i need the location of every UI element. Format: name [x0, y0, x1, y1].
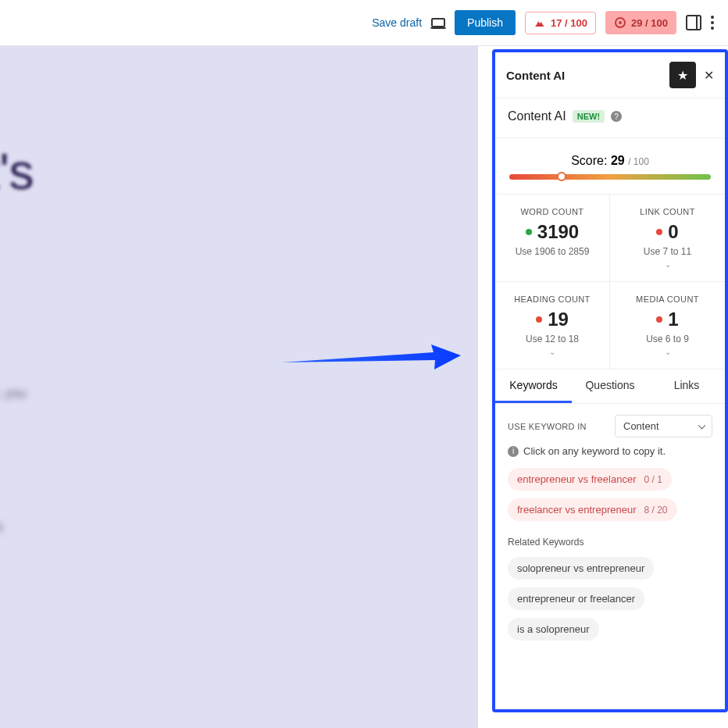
keywords-body: USE KEYWORD IN Content i Click on any ke…	[495, 404, 725, 664]
readability-score-chip[interactable]: 17 / 100	[525, 12, 596, 34]
status-dot-icon	[536, 316, 542, 323]
help-icon[interactable]: ?	[611, 111, 622, 122]
post-title-blur: What's (+ t for	[0, 140, 345, 335]
tab-questions[interactable]: Questions	[572, 369, 648, 403]
chevron-down-icon: ⌄	[616, 348, 719, 356]
close-panel-button[interactable]: ✕	[704, 68, 714, 83]
callout-arrow-icon	[281, 343, 461, 374]
flame-icon	[534, 17, 546, 28]
more-options-button[interactable]	[711, 16, 714, 30]
target-icon	[614, 16, 626, 29]
status-dot-icon	[656, 316, 662, 323]
stat-heading-count[interactable]: HEADING COUNT 19 Use 12 to 18 ⌄	[495, 282, 610, 369]
info-icon: i	[508, 446, 519, 457]
tab-links[interactable]: Links	[648, 369, 725, 403]
status-dot-icon	[656, 229, 662, 235]
chevron-down-icon: ⌄	[616, 260, 719, 269]
related-keyword-list: solopreneur vs entrepreneurentrepreneur …	[508, 557, 712, 648]
svg-point-1	[619, 21, 622, 24]
score-gradient-bar	[509, 174, 711, 180]
tab-keywords[interactable]: Keywords	[495, 369, 572, 403]
related-keyword-chip[interactable]: entrepreneur or freelancer	[508, 587, 644, 610]
score-value: 29	[611, 154, 625, 167]
content-ai-panel: Content AI ★ ✕ Content AI NEW! ? Score: …	[492, 49, 728, 712]
keyword-chip[interactable]: freelancer vs entrepreneur8 / 20	[508, 498, 677, 521]
stat-link-count[interactable]: LINK COUNT 0 Use 7 to 11 ⌄	[610, 194, 725, 282]
related-keywords-heading: Related Keywords	[508, 537, 712, 548]
panel-subtitle: Content AI	[508, 109, 566, 123]
panel-subheader: Content AI NEW! ?	[495, 98, 725, 138]
editor-canvas: What's (+ t for er a little bit of resea…	[0, 46, 478, 728]
use-keyword-in-label: USE KEYWORD IN	[508, 422, 587, 431]
keyword-location-select[interactable]: Content	[615, 415, 712, 437]
score-section: Score: 29 / 100	[495, 138, 725, 194]
keyword-chip[interactable]: entrepreneur vs freelancer0 / 1	[508, 468, 672, 491]
chevron-down-icon: ⌄	[501, 348, 603, 356]
stat-word-count[interactable]: WORD COUNT 3190 Use 1906 to 2859	[495, 194, 610, 282]
keyword-tabs: Keywords Questions Links	[495, 369, 725, 404]
new-badge: NEW!	[573, 110, 605, 123]
keyword-hint: Click on any keyword to copy it.	[523, 445, 666, 457]
stats-grid: WORD COUNT 3190 Use 1906 to 2859 LINK CO…	[495, 194, 725, 369]
primary-keyword-list: entrepreneur vs freelancer0 / 1freelance…	[508, 468, 712, 529]
score-max: / 100	[628, 156, 649, 167]
favorite-button[interactable]: ★	[669, 62, 696, 88]
related-keyword-chip[interactable]: is a solopreneur	[508, 618, 599, 641]
content-ai-score-chip[interactable]: 29 / 100	[605, 11, 676, 34]
post-paragraph-blur: oth are forms of self- nd make money onl…	[0, 469, 322, 541]
post-paragraph-blur: er a little bit of research, you ic opti…	[0, 382, 322, 430]
preview-device-icon[interactable]	[431, 18, 445, 27]
score-label: Score:	[571, 154, 607, 167]
related-keyword-chip[interactable]: solopreneur vs entrepreneur	[508, 557, 654, 580]
stat-media-count[interactable]: MEDIA COUNT 1 Use 6 to 9 ⌄	[610, 282, 725, 369]
editor-topbar: Save draft Publish 17 / 100 29 / 100	[0, 0, 728, 46]
panel-header: Content AI ★ ✕	[495, 52, 725, 98]
score-marker	[557, 172, 566, 181]
toggle-sidebar-icon[interactable]	[686, 15, 701, 30]
save-draft-link[interactable]: Save draft	[372, 16, 422, 29]
panel-title: Content AI	[506, 69, 565, 82]
publish-button[interactable]: Publish	[455, 10, 516, 35]
status-dot-icon	[526, 229, 532, 235]
